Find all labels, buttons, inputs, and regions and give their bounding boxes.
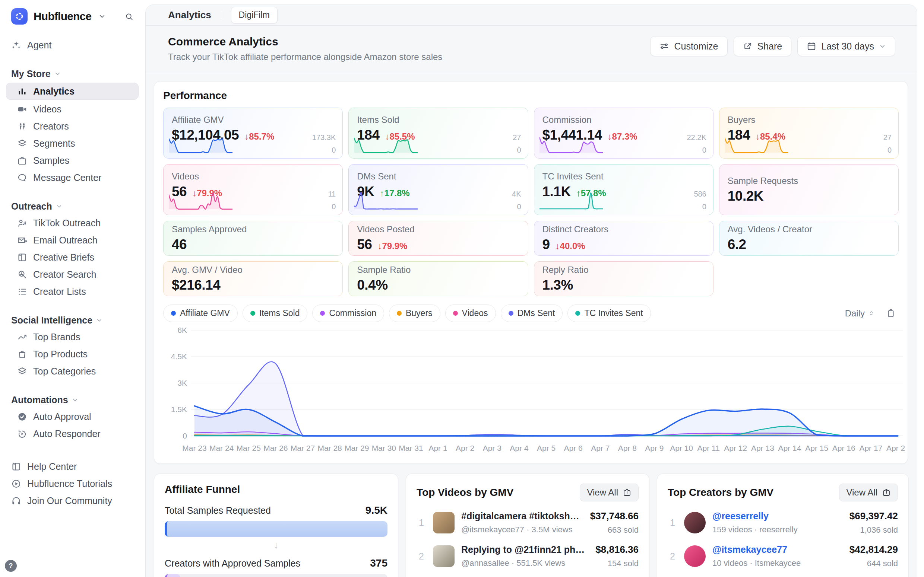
section-header-my-store[interactable]: My Store <box>0 66 145 82</box>
sidebar-item-label: Videos <box>33 104 61 114</box>
legend-chip-dms-sent[interactable]: DMs Sent <box>501 305 563 322</box>
svg-text:Apr 17: Apr 17 <box>859 444 882 452</box>
copy-icon[interactable] <box>886 309 896 318</box>
creator-handle[interactable]: @itsmekaycee77 <box>712 544 843 555</box>
legend-chip-affiliate-gmv[interactable]: Affiliate GMV <box>163 305 238 322</box>
workspace-switcher[interactable]: Hubfluence <box>0 0 145 28</box>
funnel-title: Affiliate Funnel <box>165 484 240 495</box>
spark-axis-max: 27 <box>884 133 892 142</box>
spark-axis-max: 27 <box>513 133 521 142</box>
metric-card-sample-requests: Sample Requests10.2K <box>719 164 899 215</box>
creator-sold: 1,036 sold <box>850 525 898 535</box>
section-label: My Store <box>11 68 51 79</box>
sidebar-item-message-center[interactable]: Message Center <box>0 169 145 186</box>
legend-chip-videos[interactable]: Videos <box>445 305 496 322</box>
svg-text:3K: 3K <box>177 379 187 387</box>
customize-button[interactable]: Customize <box>650 36 727 56</box>
sidebar-item-label: Top Products <box>33 349 87 359</box>
video-title[interactable]: #digitalcamera #tiktokshopcreatorpicks #… <box>461 511 583 522</box>
legend-chip-tc-invites-sent[interactable]: TC Invites Sent <box>567 305 651 322</box>
workspace-name[interactable]: Hubfluence <box>34 10 91 23</box>
video-title[interactable]: Replying to @21finn21 photos from my scr… <box>461 544 589 555</box>
svg-text:Mar 30: Mar 30 <box>372 444 396 452</box>
creator-row-1[interactable]: 1@reeserrelly159 videos · reeserrelly$69… <box>668 510 898 535</box>
tab-analytics[interactable]: Analytics <box>168 9 211 21</box>
top-creators-title: Top Creators by GMV <box>668 487 774 498</box>
svg-text:Apr 12: Apr 12 <box>724 444 747 452</box>
video-camera-icon <box>17 104 27 114</box>
creator-row-2[interactable]: 2@itsmekaycee7710 videos · Itsmekaycee$4… <box>668 544 898 569</box>
sidebar-item-top-products[interactable]: Top Products <box>0 345 145 363</box>
sidebar-item-samples[interactable]: Samples <box>0 152 145 169</box>
mail-arrow-icon <box>17 235 27 245</box>
sidebar-item-top-brands[interactable]: Top Brands <box>0 328 145 345</box>
sidebar-item-help-center[interactable]: Help Center <box>0 458 145 475</box>
video-thumbnail[interactable] <box>433 512 454 533</box>
tab-digifilm[interactable]: DigiFilm <box>231 7 278 23</box>
sidebar-item-tiktok-outreach[interactable]: TikTok Outreach <box>0 214 145 232</box>
video-row-1[interactable]: 1#digitalcamera #tiktokshopcreatorpicks … <box>417 510 639 535</box>
sidebar-item-email-outreach[interactable]: Email Outreach <box>0 232 145 249</box>
trending-up-icon <box>17 332 27 342</box>
sidebar-item-analytics[interactable]: Analytics <box>6 83 139 100</box>
sidebar-item-creative-briefs[interactable]: Creative Briefs <box>0 249 145 266</box>
arrow-down-icon: ↓ <box>165 540 388 551</box>
top-videos-list: 1#digitalcamera #tiktokshopcreatorpicks … <box>417 510 639 577</box>
sidebar-item-creator-lists[interactable]: Creator Lists <box>0 283 145 300</box>
sidebar-item-videos[interactable]: Videos <box>0 100 145 118</box>
sidebar-item-creator-search[interactable]: Creator Search <box>0 266 145 283</box>
view-all-creators-button[interactable]: View All <box>839 484 898 501</box>
svg-text:Apr 4: Apr 4 <box>510 444 529 452</box>
search-icon[interactable] <box>125 12 133 21</box>
sparkline <box>169 133 233 155</box>
layout-panel-icon <box>17 252 27 263</box>
legend-chip-buyers[interactable]: Buyers <box>389 305 440 322</box>
creator-avatar[interactable] <box>684 512 706 533</box>
section-header-automations[interactable]: Automations <box>0 392 145 408</box>
funnel-stages: Total Samples Requested9.5K↓Creators wit… <box>165 504 388 577</box>
interval-select[interactable]: Daily <box>845 308 875 319</box>
metric-value: 0.4% <box>357 277 388 293</box>
metric-card-avg-videos-creator: Avg. Videos / Creator6.2 <box>719 221 899 256</box>
affiliate-funnel-card: Affiliate Funnel Total Samples Requested… <box>154 474 398 577</box>
legend-chip-items-sold[interactable]: Items Sold <box>242 305 308 322</box>
sidebar-item-top-categories[interactable]: Top Categories <box>0 363 145 380</box>
spark-axis-min: 0 <box>517 203 521 211</box>
video-row-2[interactable]: 2Replying to @21finn21 photos from my sc… <box>417 544 639 569</box>
creator-gmv: $69,397.42 <box>850 510 898 522</box>
spark-axis-min: 0 <box>702 146 706 155</box>
sidebar-item-label: Top Categories <box>33 366 96 377</box>
metric-value: 46 <box>172 237 187 252</box>
sidebar-item-label: Join Our Community <box>27 495 112 506</box>
creator-handle[interactable]: @reeserrelly <box>712 511 843 522</box>
spark-axis-min: 0 <box>331 203 336 211</box>
legend-label: Commission <box>329 308 376 318</box>
video-sold: 154 sold <box>595 559 639 569</box>
sidebar-item-auto-responder[interactable]: Auto Responder <box>0 425 145 442</box>
svg-text:Mar 27: Mar 27 <box>291 444 315 452</box>
metric-label: Avg. GMV / Video <box>172 265 334 275</box>
svg-text:4.5K: 4.5K <box>171 352 187 361</box>
sidebar-item-segments[interactable]: Segments <box>0 135 145 152</box>
sidebar-item-creators[interactable]: Creators <box>0 118 145 135</box>
section-header-social-intelligence[interactable]: Social Intelligence <box>0 312 145 328</box>
help-button[interactable]: ? <box>5 560 17 572</box>
sidebar-item-hubfluence-tutorials[interactable]: Hubfluence Tutorials <box>0 475 145 492</box>
creator-avatar[interactable] <box>684 545 706 567</box>
share-button[interactable]: Share <box>733 36 792 56</box>
section-label: Automations <box>11 395 68 405</box>
metric-label: Avg. Videos / Creator <box>728 224 890 235</box>
sidebar-item-join-our-community[interactable]: Join Our Community <box>0 492 145 509</box>
metric-delta: ↓40.0% <box>556 241 585 251</box>
legend-chip-commission[interactable]: Commission <box>312 305 384 322</box>
creator-meta: 10 videos · Itsmekaycee <box>712 558 843 568</box>
interval-label: Daily <box>845 308 865 319</box>
view-all-videos-button[interactable]: View All <box>580 484 639 501</box>
sidebar-item-label: Analytics <box>33 86 74 97</box>
date-range-button[interactable]: Last 30 days <box>797 36 895 56</box>
sidebar-item-auto-approval[interactable]: Auto Approval <box>0 408 145 425</box>
video-thumbnail[interactable] <box>433 545 454 567</box>
metric-label: Reply Ratio <box>543 265 705 275</box>
section-header-outreach[interactable]: Outreach <box>0 198 145 214</box>
sidebar-item-agent[interactable]: Agent <box>0 37 145 53</box>
